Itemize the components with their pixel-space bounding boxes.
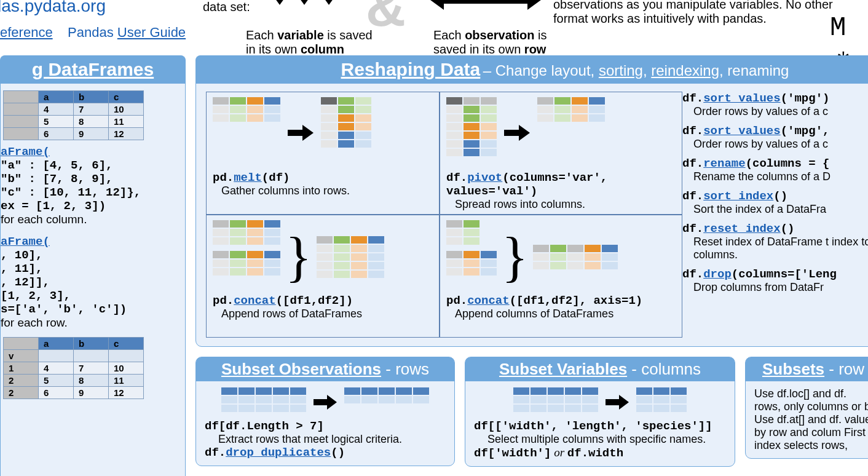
rows-after-icon xyxy=(344,387,429,403)
observation-caption: Each observation is saved in its own row xyxy=(433,28,575,57)
dataframe-sample-table-1: a b c 4710 5811 6912 xyxy=(3,90,144,140)
subsets-blurb: Use df.loc[] and df. rows, only columns … xyxy=(746,381,868,458)
subset-rows-card: Subset Observations - rows df[df.Length … xyxy=(195,357,464,466)
sort-values-link-2[interactable]: sort_values xyxy=(703,124,780,138)
sort-index-link[interactable]: sort_index xyxy=(703,189,773,203)
subset-cols-card: Subset Variables - columns df[['width', … xyxy=(465,357,744,467)
site-url: pandas.pydata.org xyxy=(0,0,106,16)
concat-fn-link[interactable]: concat xyxy=(234,294,275,307)
concat-fn-link-2[interactable]: concat xyxy=(467,294,509,307)
concat-cols-after-icon xyxy=(533,245,618,269)
reshaping-data-card: Reshaping Data – Change layout, sorting,… xyxy=(195,55,868,347)
sorting-link[interactable]: sorting xyxy=(599,62,643,79)
melt-fn-link[interactable]: melt xyxy=(234,171,262,184)
doc-links: eference Pandas User Guide xyxy=(0,25,186,41)
brace-icon: } xyxy=(285,242,312,272)
creating-dataframes-card: g DataFrames a b c 4710 5811 6912 aFrame… xyxy=(0,55,186,476)
brace-icon: } xyxy=(502,242,528,272)
rename-link[interactable]: rename xyxy=(703,157,745,170)
arrow-right-icon xyxy=(606,395,629,412)
horizontal-arrow-icon xyxy=(430,0,541,15)
cols-before-icon xyxy=(513,387,598,412)
concat-cols-cell: } pd.concat([df1,df2], axis=1) Append co… xyxy=(440,215,682,338)
card-title: Reshaping Data xyxy=(341,59,481,79)
melt-before-icon xyxy=(213,97,280,122)
dataframe-fn-link-2[interactable]: aFrame( xyxy=(1,235,50,248)
drop-duplicates-link[interactable]: drop_duplicates xyxy=(226,446,331,459)
pivot-after-icon xyxy=(537,97,605,122)
reset-index-link[interactable]: reset_index xyxy=(703,222,780,236)
melt-after-icon xyxy=(321,97,371,148)
tidy-blurb: observations as you manipulate variables… xyxy=(553,0,848,26)
pivot-before-icon xyxy=(446,97,497,156)
reshape-function-list: df.sort_values('mpg') Order rows by valu… xyxy=(682,92,868,338)
concat-rows-cell: } pd.concat([df1,df2]) Append rows of Da… xyxy=(206,215,440,338)
dataframe-fn-link[interactable]: aFrame( xyxy=(1,145,50,159)
cols-after-icon xyxy=(636,387,687,412)
reindexing-link[interactable]: reindexing xyxy=(651,62,719,79)
subsets-rowcol-card: Subsets - row Use df.loc[] and df. rows,… xyxy=(745,357,868,459)
arrow-right-icon xyxy=(288,125,314,143)
concat-cols-before-icon xyxy=(446,220,497,276)
arrow-right-icon xyxy=(504,125,530,143)
dataframe-sample-table-2: abc v 14710 25811 26912 xyxy=(3,337,144,399)
card-header: g DataFrames xyxy=(0,55,186,84)
sort-values-link[interactable]: sort_values xyxy=(703,92,780,105)
card-header: Reshaping Data – Change layout, sorting,… xyxy=(195,55,868,84)
variable-caption: Each variable is saved in its own column xyxy=(246,28,406,57)
rows-before-icon xyxy=(221,387,306,412)
arrows-down-icon xyxy=(264,0,357,12)
per-row-caption: for each row. xyxy=(1,316,185,330)
card-title: g DataFrames xyxy=(32,59,154,79)
user-guide-link[interactable]: User Guide xyxy=(117,25,186,40)
pivot-cell: df.pivot(columns='var', values='val') Sp… xyxy=(440,92,682,215)
per-column-caption: for each column. xyxy=(1,213,185,226)
melt-cell: pd.melt(df) Gather columns into rows. xyxy=(206,92,440,215)
concat-rows-after-icon xyxy=(317,236,384,278)
data-set-label: data set: xyxy=(203,0,250,14)
pivot-fn-link[interactable]: pivot xyxy=(467,171,502,184)
api-reference-link[interactable]: eference xyxy=(0,25,53,40)
arrow-right-icon xyxy=(314,395,337,412)
pandas-word: Pandas xyxy=(68,25,114,40)
concat-rows-before-icon xyxy=(213,220,280,276)
drop-link[interactable]: drop xyxy=(703,268,732,281)
